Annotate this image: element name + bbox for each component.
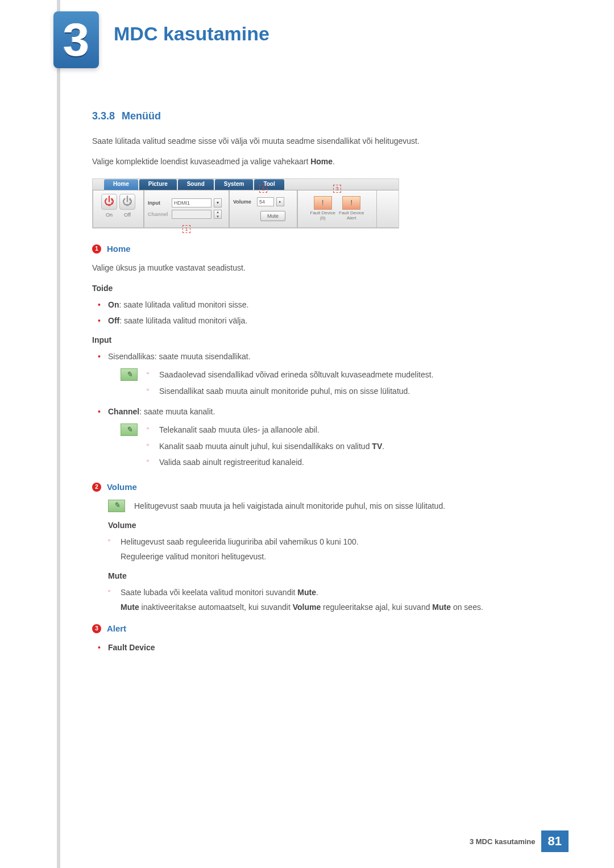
power-on-label: On: [106, 211, 113, 219]
chapter-number: 3: [63, 13, 89, 67]
footer-page: 81: [541, 830, 569, 852]
volume-item: Helitugevust saab reguleerida liuguririb…: [108, 535, 513, 563]
input-title: Input: [92, 334, 513, 346]
channel-note-2: Kanalit saab muuta ainult juhul, kui sis…: [147, 440, 384, 452]
mock-toolbar: ⏻ On ⏻ Off Input HDMI1 ▼ Channel ▲▼: [93, 190, 399, 228]
channel-list: Channel: saate muuta kanalit.: [92, 405, 513, 418]
footer: 3 MDC kasutamine 81: [470, 830, 569, 852]
power-on-button[interactable]: ⏻: [101, 194, 117, 210]
mute-item-list: Saate lubada või keelata valitud monitor…: [108, 586, 513, 614]
left-stripe: [57, 0, 60, 868]
mock-tabs: Home Picture Sound System Tool: [93, 179, 399, 190]
volume-panel: Volume 54 ▸ Mute 2: [229, 190, 297, 227]
chapter-title: MDC kasutamine: [114, 23, 269, 45]
alert-list: Fault Device: [92, 641, 513, 654]
section-title: Menüüd: [122, 110, 161, 122]
note-icon: ✎: [108, 500, 125, 512]
power-off-button[interactable]: ⏻: [119, 194, 135, 210]
page-content: 3.3.8 Menüüd Saate lülitada valitud sead…: [92, 108, 513, 659]
section-header: 3.3.8 Menüüd: [92, 108, 513, 124]
power-panel: ⏻ On ⏻ Off: [93, 190, 144, 227]
volume-group-title: Volume: [108, 519, 513, 531]
toide-off: Off: saate lülitada valitud monitori väl…: [108, 314, 513, 327]
fault-device-icon[interactable]: !: [314, 196, 332, 210]
subsection-home-title: Home: [107, 244, 131, 254]
channel-note-list: Telekanalit saab muuta üles- ja allanool…: [147, 423, 384, 472]
tab-home[interactable]: Home: [104, 179, 138, 190]
channel-note-3: Valida saab ainult registreeritud kanale…: [147, 456, 384, 468]
toide-title: Toide: [92, 282, 513, 294]
section-number: 3.3.8: [92, 110, 115, 122]
fault-panel: ! Fault Device(0) ! Fault DeviceAlert 3: [297, 190, 377, 227]
mute-button[interactable]: Mute: [260, 211, 285, 221]
callout-2: 2: [259, 185, 267, 193]
mute-item: Saate lubada või keelata valitud monitor…: [108, 586, 513, 614]
channel-label: Channel: [148, 210, 169, 218]
mute-group-title: Mute: [108, 570, 513, 582]
input-src: Sisendallikas: saate muuta sisendallikat…: [108, 350, 513, 363]
input-note: ✎ Saadaolevad sisendallikad võivad erine…: [121, 368, 513, 401]
fault-device-item: Fault Device: [108, 641, 513, 654]
intro-p1: Saate lülitada valitud seadme sisse või …: [92, 135, 513, 147]
volume-note: ✎ Helitugevust saab muuta ja heli vaigis…: [108, 500, 513, 512]
bullet-3: 3: [92, 624, 101, 633]
callout-3: 3: [333, 185, 341, 193]
input-list: Sisendallikas: saate muuta sisendallikat…: [92, 350, 513, 363]
intro-p2: Valige komplektide loendist kuvaseadmed …: [92, 155, 513, 168]
input-panel: Input HDMI1 ▼ Channel ▲▼ 1: [144, 190, 229, 227]
tab-sound[interactable]: Sound: [178, 179, 214, 190]
power-off-label: Off: [124, 211, 131, 219]
note-icon: ✎: [121, 368, 138, 381]
volume-item-list: Helitugevust saab reguleerida liuguririb…: [108, 535, 513, 563]
volume-slider-icon[interactable]: ▸: [276, 197, 284, 206]
toide-list: On: saate lülitada valitud monitori siss…: [92, 298, 513, 327]
fault-alert-icon[interactable]: !: [342, 196, 360, 210]
bullet-2: 2: [92, 483, 101, 492]
callout-1: 1: [182, 225, 190, 233]
channel-item: Channel: saate muuta kanalit.: [108, 405, 513, 418]
subsection-volume-title: Volume: [107, 482, 137, 492]
channel-value: [172, 210, 211, 219]
tab-picture[interactable]: Picture: [139, 179, 177, 190]
note-icon: ✎: [121, 423, 138, 436]
input-note-list: Saadaolevad sisendallikad võivad erineda…: [147, 368, 434, 401]
channel-note-1: Telekanalit saab muuta üles- ja allanool…: [147, 423, 384, 436]
chapter-badge: 3: [53, 11, 99, 68]
home-desc: Valige üksus ja muutke vastavat seadistu…: [92, 261, 513, 274]
input-value[interactable]: HDMI1: [172, 198, 211, 207]
input-label: Input: [148, 199, 169, 207]
input-note-2: Sisendallikat saab muuta ainult monitori…: [147, 385, 434, 397]
footer-text: 3 MDC kasutamine: [470, 837, 541, 846]
ui-screenshot-mock: Home Picture Sound System Tool ⏻ On ⏻ Of…: [92, 178, 399, 229]
subsection-alert-title: Alert: [107, 624, 126, 633]
subsection-alert: 3 Alert: [92, 622, 513, 636]
fault-device-label: Fault Device(0): [310, 211, 335, 221]
input-dropdown-icon[interactable]: ▼: [214, 198, 222, 207]
toide-on: On: saate lülitada valitud monitori siss…: [108, 298, 513, 311]
bullet-1: 1: [92, 244, 101, 254]
input-note-1: Saadaolevad sisendallikad võivad erineda…: [147, 368, 434, 381]
channel-note: ✎ Telekanalit saab muuta üles- ja allano…: [121, 423, 513, 472]
subsection-volume: 2 Volume: [92, 480, 513, 494]
volume-value[interactable]: 54: [257, 197, 274, 206]
volume-label: Volume: [233, 198, 255, 206]
tab-system[interactable]: System: [215, 179, 254, 190]
volume-note-text: Helitugevust saab muuta ja heli vaigista…: [134, 500, 445, 512]
subsection-home: 1 Home: [92, 242, 513, 256]
fault-alert-label: Fault DeviceAlert: [339, 211, 364, 221]
channel-spinner: ▲▼: [214, 210, 222, 219]
